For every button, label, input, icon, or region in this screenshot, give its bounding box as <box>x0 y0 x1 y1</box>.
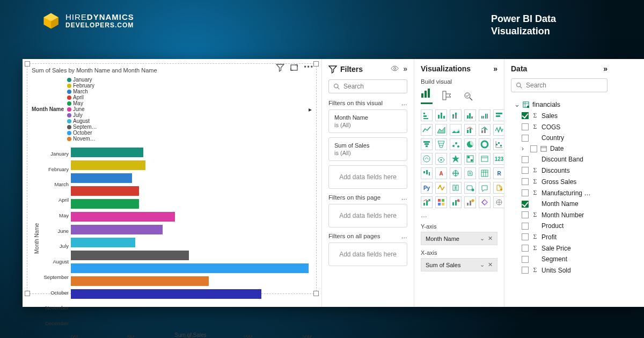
field-node[interactable]: ΣGross Sales <box>511 176 608 187</box>
visual-type-icon[interactable] <box>464 138 476 150</box>
legend-item[interactable]: March <box>67 89 97 94</box>
eye-icon[interactable] <box>391 64 399 74</box>
legend-item[interactable]: June <box>67 106 97 112</box>
filter-dropzone[interactable]: Add data fields here <box>328 204 407 227</box>
visual-type-icon[interactable] <box>464 109 476 121</box>
field-node[interactable]: ΣUnits Sold <box>511 264 608 276</box>
bar[interactable] <box>71 148 143 157</box>
checkbox[interactable] <box>522 156 529 163</box>
field-node[interactable]: Product <box>511 221 608 231</box>
section-more-icon[interactable]: … <box>401 100 408 106</box>
visual-type-icon[interactable] <box>450 182 462 194</box>
bar[interactable] <box>71 289 261 299</box>
table-node[interactable]: ⌄ financials <box>511 99 608 110</box>
bar[interactable] <box>71 212 175 222</box>
resize-handle[interactable] <box>25 291 30 296</box>
visual-type-icon[interactable] <box>421 109 433 121</box>
visual-type-icon[interactable] <box>493 182 504 194</box>
visual-type-icon[interactable] <box>450 138 462 150</box>
visual-type-icon[interactable] <box>435 153 447 165</box>
field-node[interactable]: Month Name <box>511 199 608 209</box>
bar[interactable] <box>71 173 132 183</box>
visual-type-icon[interactable] <box>479 196 491 208</box>
visual-container[interactable]: Sum of Sales by Month Name and Month Nam… <box>27 63 317 294</box>
resize-handle[interactable] <box>313 61 319 67</box>
visual-type-icon[interactable] <box>435 196 447 208</box>
report-canvas[interactable]: ••• Sum of Sales by Month Name and Month… <box>23 59 322 307</box>
collapse-icon[interactable]: » <box>403 64 407 74</box>
bar[interactable] <box>71 199 139 209</box>
checkbox[interactable] <box>522 135 529 142</box>
visual-type-icon[interactable] <box>479 138 491 150</box>
field-node[interactable]: ΣSales <box>511 110 608 121</box>
field-node[interactable]: ΣManufacturing … <box>511 187 608 199</box>
bar[interactable] <box>71 238 135 247</box>
visual-type-icon[interactable] <box>435 124 447 136</box>
checkbox[interactable] <box>522 123 529 130</box>
yaxis-well[interactable]: Month Name ⌄ ✕ <box>421 232 497 245</box>
checkbox[interactable] <box>522 189 529 196</box>
visual-type-icon[interactable]: Py <box>421 182 433 194</box>
visual-type-icon[interactable] <box>464 124 476 136</box>
legend-item[interactable]: April <box>67 94 97 100</box>
field-node[interactable]: Country <box>511 133 608 143</box>
visual-type-icon[interactable] <box>493 196 504 208</box>
bar[interactable] <box>71 160 145 170</box>
build-visual-icon[interactable] <box>421 88 433 104</box>
field-node[interactable]: ΣMonth Number <box>511 209 608 221</box>
filter-card[interactable]: Month Name is (All) <box>328 109 407 133</box>
bar[interactable] <box>71 251 189 260</box>
collapse-icon[interactable]: » <box>493 64 497 73</box>
section-more-icon[interactable]: … <box>401 194 408 201</box>
legend-item[interactable]: February <box>67 83 97 89</box>
visual-type-icon[interactable] <box>435 109 447 121</box>
visual-type-icon[interactable] <box>450 109 462 121</box>
field-node[interactable]: Segment <box>511 254 608 264</box>
legend-item[interactable]: January <box>67 77 97 83</box>
filter-dropzone[interactable]: Add data fields here <box>328 165 407 189</box>
data-search[interactable]: Search <box>511 78 608 92</box>
checkbox[interactable] <box>522 167 529 174</box>
checkbox[interactable] <box>522 267 529 274</box>
visual-type-icon[interactable] <box>421 124 433 136</box>
legend-item[interactable]: Septem… <box>67 124 97 130</box>
visual-type-icon[interactable] <box>479 109 491 121</box>
field-node[interactable]: ΣCOGS <box>511 121 608 133</box>
visual-type-icon[interactable]: 123 <box>493 153 504 165</box>
visual-type-icon[interactable] <box>421 196 433 208</box>
legend-item[interactable]: Novem… <box>67 136 97 142</box>
visual-type-icon[interactable] <box>479 182 491 194</box>
field-node[interactable]: Discount Band <box>511 154 608 165</box>
checkbox[interactable] <box>522 178 529 185</box>
visual-type-icon[interactable] <box>435 182 447 194</box>
visual-type-icon[interactable] <box>493 124 504 136</box>
filter-dropzone[interactable]: Add data fields here <box>328 243 407 266</box>
field-node[interactable]: ΣProfit <box>511 231 608 243</box>
legend-item[interactable]: October <box>67 130 97 136</box>
visual-type-icon[interactable] <box>421 153 433 165</box>
visual-type-icon[interactable] <box>464 167 476 179</box>
visual-type-icon[interactable] <box>450 196 462 208</box>
visual-type-icon[interactable] <box>479 153 491 165</box>
collapse-icon[interactable]: » <box>603 64 608 73</box>
visual-type-icon[interactable] <box>464 153 476 165</box>
checkbox[interactable] <box>530 145 537 152</box>
checkbox[interactable] <box>522 233 529 240</box>
field-node[interactable]: ΣSale Price <box>511 243 608 254</box>
legend-item[interactable]: July <box>67 112 97 118</box>
remove-icon[interactable]: ✕ <box>488 235 493 242</box>
analytics-icon[interactable] <box>462 90 473 103</box>
visual-type-icon[interactable] <box>450 153 462 165</box>
visual-type-icon[interactable] <box>421 167 433 179</box>
visual-type-icon[interactable] <box>493 138 504 150</box>
remove-icon[interactable]: ✕ <box>488 261 493 268</box>
bar[interactable] <box>71 186 139 196</box>
checkbox[interactable] <box>522 245 529 252</box>
visual-type-icon[interactable] <box>421 138 433 150</box>
section-more-icon[interactable]: … <box>401 233 408 239</box>
visual-type-icon[interactable] <box>435 138 447 150</box>
visual-type-icon[interactable]: A <box>435 167 447 179</box>
checkbox[interactable] <box>522 201 529 208</box>
checkbox[interactable] <box>522 112 529 119</box>
visual-type-icon[interactable] <box>464 182 476 194</box>
